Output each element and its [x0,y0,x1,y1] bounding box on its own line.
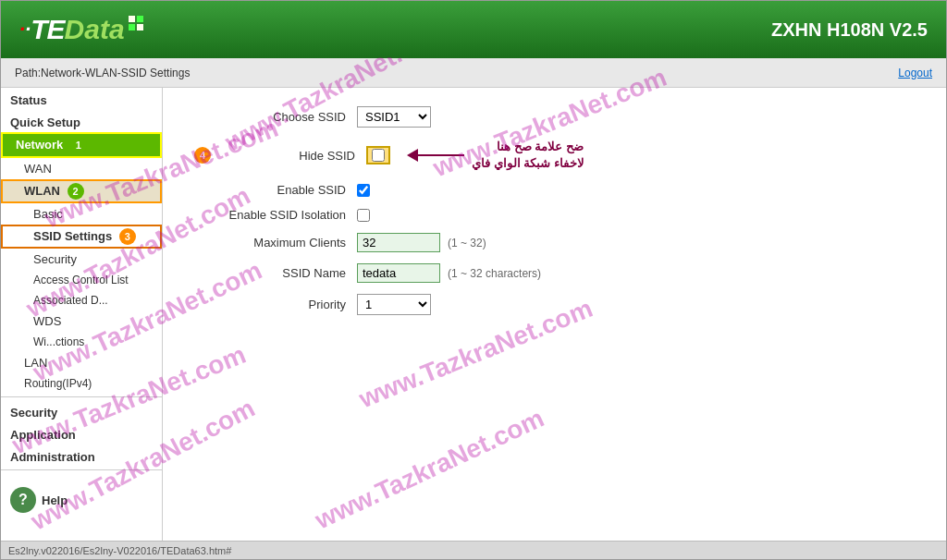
sidebar-item-wan[interactable]: WAN [1,158,162,179]
status-url: Es2lny.v022016/Es2lny-V022016/TEData63.h… [8,545,231,556]
max-clients-control: (1 ~ 32) [357,233,486,252]
ssid-name-input[interactable] [357,263,440,283]
hide-ssid-checkbox-wrapper [366,146,390,164]
logo-squares [129,16,143,30]
arrow-line [418,154,464,156]
sidebar-divider2 [1,469,162,470]
sidebar-item-ssid-settings[interactable]: SSID Settings 3 [1,225,162,249]
annotation-container: ضح علامة صح هنا لاخفاء شبكة الواي فاي [407,139,584,172]
ssid-name-control: (1 ~ 32 characters) [357,263,541,283]
help-label: Help [42,493,68,507]
ssid-name-label: SSID Name [191,266,357,280]
ssid-name-hint: (1 ~ 32 characters) [448,267,541,280]
sidebar-item-network[interactable]: Network 1 [1,132,162,158]
status-bar: Es2lny.v022016/Es2lny-V022016/TEData63.h… [1,541,946,559]
sidebar-quick-setup[interactable]: Quick Setup [1,110,162,132]
priority-select[interactable]: 1 2 3 4 5 6 7 [357,294,431,315]
network-badge: 1 [70,137,87,153]
enable-ssid-isolation-label: Enable SSID Isolation [191,208,357,222]
choose-ssid-row: Choose SSID SSID1 SSID2 SSID3 SSID4 [191,106,918,128]
sidebar-item-routing[interactable]: Routing(IPv4) [1,373,162,394]
sidebar-divider1 [1,396,162,397]
help-section: ? Help [1,480,162,520]
enable-ssid-isolation-row: Enable SSID Isolation [191,208,918,222]
enable-ssid-label: Enable SSID [191,183,357,197]
sidebar-security-section[interactable]: Security [1,400,162,422]
enable-ssid-isolation-checkbox[interactable] [357,209,370,222]
path-bar: Path:Network-WLAN-SSID Settings Logout [1,58,946,88]
main-area: Status Quick Setup Network 1 WAN WLAN 2 … [1,88,946,541]
model-name: ZXHN H108N V2.5 [771,19,928,41]
hide-ssid-label: Hide SSID [218,149,366,163]
max-clients-row: Maximum Clients (1 ~ 32) [191,233,918,252]
arrow-indicator [407,149,464,162]
sidebar-item-associated[interactable]: Associated D... [1,290,162,310]
arrow-head-icon [407,149,418,162]
sidebar-item-security-sub[interactable]: Security [1,249,162,270]
router-header: · · TE Data ZXHN H108N V2.5 [1,1,946,58]
choose-ssid-control: SSID1 SSID2 SSID3 SSID4 [357,106,431,128]
ssid-name-row: SSID Name (1 ~ 32 characters) [191,263,918,283]
max-clients-input[interactable] [357,233,440,252]
logo-te-text: TE [31,14,64,45]
enable-ssid-isolation-control [357,209,370,222]
sidebar-item-wds[interactable]: WDS [1,310,162,332]
max-clients-label: Maximum Clients [191,236,357,250]
hide-ssid-badge: 4 [194,147,211,164]
sidebar-administration[interactable]: Administration [1,444,162,467]
hide-ssid-row: 4 Hide SSID ضح علامة صح هنا [191,139,918,172]
priority-label: Priority [191,298,357,311]
annotation-text: ضح علامة صح هنا لاخفاء شبكة الواي فاي [472,139,584,172]
logo-data-text: Data [65,14,125,45]
sidebar: Status Quick Setup Network 1 WAN WLAN 2 … [1,88,163,541]
sidebar-status[interactable]: Status [1,88,162,110]
hide-ssid-control: ضح علامة صح هنا لاخفاء شبكة الواي فاي [366,139,584,172]
max-clients-hint: (1 ~ 32) [448,237,486,250]
enable-ssid-control [357,184,370,197]
choose-ssid-select[interactable]: SSID1 SSID2 SSID3 SSID4 [357,106,431,128]
content-area: Choose SSID SSID1 SSID2 SSID3 SSID4 4 Hi… [163,88,946,541]
sidebar-item-wireless[interactable]: Wi...ctions [1,332,162,352]
ssid-badge: 3 [119,228,136,245]
enable-ssid-row: Enable SSID [191,183,918,197]
sidebar-application[interactable]: Application [1,422,162,444]
choose-ssid-label: Choose SSID [191,110,357,124]
enable-ssid-checkbox[interactable] [357,184,370,197]
help-icon[interactable]: ? [10,487,36,513]
sidebar-item-basic[interactable]: Basic [1,203,162,225]
hide-ssid-checkbox[interactable] [372,149,385,162]
wlan-badge: 2 [68,183,84,200]
logo-area: · · TE Data [19,14,143,45]
priority-row: Priority 1 2 3 4 5 6 7 [191,294,918,315]
sidebar-item-wlan[interactable]: WLAN 2 [1,179,162,203]
logout-link[interactable]: Logout [898,67,932,79]
sidebar-item-lan[interactable]: LAN [1,352,162,373]
priority-control: 1 2 3 4 5 6 7 [357,294,431,315]
sidebar-item-acl[interactable]: Access Control List [1,270,162,290]
breadcrumb: Path:Network-WLAN-SSID Settings [15,67,190,79]
